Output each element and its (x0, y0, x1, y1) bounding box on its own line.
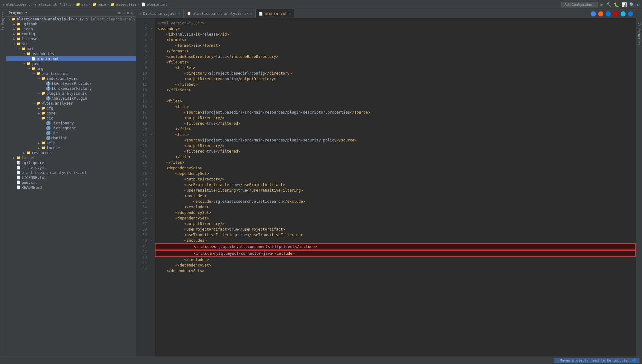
tree-item-java[interactable]: ▾ 📁 java (6, 61, 136, 66)
run-button[interactable]: ▶ (600, 2, 604, 7)
code-line-43: </includes> (155, 257, 636, 262)
tree-item-license[interactable]: 📄 LICENSE.txt (6, 175, 136, 180)
tree-item-help[interactable]: ▶ 📁 help (6, 141, 136, 145)
tab-dictionary-java[interactable]: ☕ Dictionary.java ✕ (136, 9, 184, 18)
browser-icons-panel: ⬤ ⬤ ⬤ ⬤ ⬤ ⬤ (588, 9, 636, 18)
code-line-20: </file> (155, 126, 636, 132)
fold-21: ▾ (149, 132, 154, 137)
tree-item-index-analysis[interactable]: ▾ 📁 index.analysis (6, 76, 136, 81)
tab-plugin-label: plugin.xml (265, 12, 287, 16)
project-panel: Project ▾ ⊕ ≡ ⚙ ✕ ▾ 📁 elasticsearch-anal… (6, 9, 136, 357)
build-button[interactable]: 🔨 (606, 2, 611, 7)
code-line-25: </file> (155, 154, 636, 160)
tree-item-src[interactable]: ▾ 📁 src (6, 41, 136, 46)
code-line-11: <outputDirectory>config</outputDirectory… (155, 76, 636, 82)
tab-plugin-xml[interactable]: 📄 plugin.xml ✕ (256, 9, 294, 18)
tree-item-pom[interactable]: 📄 pom.xml (6, 180, 136, 185)
tree-item-resources[interactable]: ▶ 📁 resources (6, 150, 136, 155)
tree-item-core[interactable]: ▶ 📁 core (6, 111, 136, 116)
tree-icon-gitignore: 📝 (16, 161, 21, 165)
tree-item-dic[interactable]: ▾ 📁 dic (6, 116, 136, 121)
tree-item-monitor[interactable]: C Monitor (6, 136, 136, 141)
code-line-40: <includes> (155, 238, 636, 243)
tree-item-config[interactable]: ▶ 📁 config (6, 32, 136, 37)
tree-label-ik-analyzer: IkAnalyzerProvider (51, 81, 92, 86)
fold-4: ▾ (149, 37, 154, 43)
firefox-icon[interactable]: ⬤ (598, 11, 604, 16)
tree-item-gitignore[interactable]: 📝 .gitignore (6, 160, 136, 165)
tree-label-dic: dic (46, 116, 53, 120)
tree-item-analysis-ik-plugin[interactable]: C AnalysisIkPlugin (6, 96, 136, 101)
tab-elasticsearch-analysis[interactable]: 📋 elasticsearch-analysis-ik ✕ (184, 9, 256, 18)
fold-6 (149, 48, 154, 54)
tree-item-main[interactable]: ▾ 📁 main (6, 46, 136, 51)
chrome-icon[interactable]: ⬤ (591, 11, 596, 16)
code-editor[interactable]: <?xml version="1.0"?> <assembly> <id>ana… (155, 18, 636, 357)
tree-item-cfg[interactable]: ▶ 📁 cfg (6, 106, 136, 111)
tree-item-idea[interactable]: ▶ 📁 .idea (6, 27, 136, 32)
collapse-all-button[interactable]: ≡ (123, 11, 125, 15)
tree-item-org[interactable]: ▾ 📁 org (6, 66, 136, 71)
tree-item-lucene[interactable]: ▶ 📁 lucene (6, 145, 136, 150)
project-panel-toggle[interactable]: 1: Project (1, 11, 5, 32)
tree-icon-hit: C (46, 131, 51, 135)
tree-item-plugin-xml[interactable]: 📄 plugin.xml (6, 56, 136, 61)
tree-label-monitor: Monitor (51, 136, 67, 140)
tree-item-dictionary[interactable]: C Dictionary (6, 121, 136, 126)
file-tree: ▾ 📁 elasticsearch-analysis-ik-7.17.5 [el… (6, 17, 136, 357)
fold-45 (149, 266, 154, 271)
close-panel-button[interactable]: ✕ (131, 11, 134, 15)
tree-item-ik-tokenizer-factory[interactable]: C IkTokenizerFactory (6, 86, 136, 91)
tree-icon-index-analysis: 📁 (41, 76, 46, 81)
line-num-16: 16 (136, 104, 147, 110)
debug-button[interactable]: 🐛 (614, 2, 619, 7)
breadcrumb-sep-1: ▸ (73, 2, 75, 6)
tab-elasticsearch-close[interactable]: ✕ (250, 11, 252, 15)
tab-plugin-close[interactable]: ✕ (288, 12, 291, 16)
tree-arrow-lucene: ▶ (37, 146, 41, 150)
tree-item-dict-segment[interactable]: C DictSegment (6, 126, 136, 131)
tree-item-licenses[interactable]: ▶ 📁 licenses (6, 37, 136, 41)
tab-dictionary-close[interactable]: ✕ (178, 11, 180, 15)
tree-arrow-plugin-analysis-ik: ▾ (37, 92, 41, 95)
tree-label-travis: .travis.yml (22, 166, 46, 170)
structure-panel-toggle[interactable]: Z: Structure (637, 22, 641, 46)
add-configuration-button[interactable]: Add Configuration... (561, 2, 598, 7)
opera-icon[interactable]: ⬤ (613, 11, 618, 16)
tree-icon-readme: 📄 (16, 185, 21, 190)
tree-item-ik-analyzer-provider[interactable]: C IkAnalyzerProvider (6, 81, 136, 86)
line-num-18: 18 (136, 115, 147, 121)
tree-item-plugin-analysis-ik[interactable]: ▾ 📁 plugin.analysis.ik (6, 91, 136, 96)
tree-label-license: LICENSE.txt (22, 176, 46, 180)
tree-label-readme: README.md (22, 185, 42, 190)
code-line-1: <?xml version="1.0"?> (155, 20, 636, 26)
tree-item-hit[interactable]: C Hit (6, 131, 136, 136)
edge-icon[interactable]: ⬤ (605, 11, 611, 16)
breadcrumb-part-6: assemblies (116, 2, 137, 6)
tree-item-target[interactable]: ▶ 📁 target (6, 155, 136, 160)
tree-item-readme[interactable]: 📄 README.md (6, 185, 136, 190)
tree-icon-main: 📁 (21, 47, 26, 51)
settings-gear-button[interactable]: ⚙ (127, 11, 129, 15)
tree-icon-dictionary: C (46, 121, 51, 125)
tree-item-wltea-analyzer[interactable]: ▾ 📁 wltea.analyzer (6, 101, 136, 106)
fold-gutter: ▾ ▾ ▾ ▾ ▾ ▾ (149, 18, 155, 357)
ie-icon[interactable]: ⬤ (620, 11, 626, 16)
code-line-24: <filtered>true</filtered> (155, 149, 636, 154)
profile-button[interactable]: 📊 (622, 2, 627, 7)
tree-root[interactable]: ▾ 📁 elasticsearch-analysis-ik-7.17.5 [el… (6, 17, 136, 22)
search-everywhere-button[interactable]: 🔍 (629, 2, 635, 7)
locate-file-button[interactable]: ⊕ (118, 11, 121, 15)
tree-item-assemblies[interactable]: ▾ 📁 assemblies (6, 51, 136, 56)
line-num-22: 22 (136, 137, 147, 143)
tree-item-elasticsearch[interactable]: ▾ 📁 elasticsearch (6, 71, 136, 76)
edge2-icon[interactable]: ⬤ (628, 11, 633, 16)
maven-notification[interactable]: ℹ Maven projects need to be imported 🌀 (554, 358, 640, 363)
tree-item-github[interactable]: ▶ 📁 .github (6, 22, 136, 27)
tree-item-iml[interactable]: 📄 elasticsearch-analysis-ik.iml (6, 170, 136, 175)
project-panel-actions: ⊕ ≡ ⚙ ✕ (118, 11, 134, 15)
tree-item-travis-yml[interactable]: 📄 .travis.yml (6, 165, 136, 170)
settings-button[interactable]: ⚙ (637, 2, 640, 7)
code-line-34: </excludes> (155, 204, 636, 210)
tabs-bar: ☕ Dictionary.java ✕ 📋 elasticsearch-anal… (136, 9, 636, 18)
